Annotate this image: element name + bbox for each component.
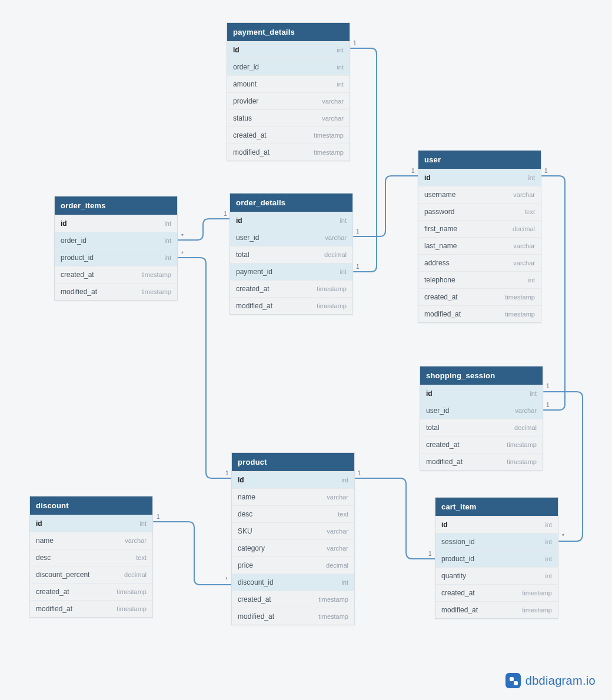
table-row[interactable]: idint	[230, 212, 352, 229]
table-header[interactable]: cart_item	[435, 498, 558, 516]
column-type: int	[545, 572, 552, 579]
table-row[interactable]: idint	[30, 515, 152, 532]
table-row[interactable]: pricedecimal	[232, 556, 354, 574]
table-row[interactable]: totaldecimal	[230, 246, 352, 263]
table-row[interactable]: modified_attimestamp	[418, 305, 541, 322]
table-row[interactable]: totaldecimal	[420, 419, 543, 436]
column-name: modified_at	[236, 302, 272, 310]
table-header[interactable]: payment_details	[227, 23, 350, 41]
table-row[interactable]: modified_attimestamp	[232, 608, 354, 625]
column-name: payment_id	[236, 268, 272, 276]
table-row[interactable]: modified_attimestamp	[55, 283, 177, 300]
table-row[interactable]: SKUvarchar	[232, 522, 354, 539]
table-row[interactable]: created_attimestamp	[230, 280, 352, 297]
column-name: modified_at	[233, 148, 270, 156]
table-row[interactable]: product_idint	[55, 249, 177, 266]
column-name: user_id	[426, 406, 449, 415]
table-row[interactable]: user_idvarchar	[420, 402, 543, 419]
table-row[interactable]: desctext	[30, 549, 152, 566]
table-row[interactable]: idint	[232, 471, 354, 488]
table-cart_item[interactable]: cart_itemidintsession_idintproduct_idint…	[435, 497, 558, 619]
column-name: username	[424, 191, 455, 199]
table-row[interactable]: payment_idint	[230, 263, 352, 280]
table-row[interactable]: usernamevarchar	[418, 186, 541, 203]
column-type: timestamp	[505, 294, 535, 301]
column-type: varchar	[325, 234, 347, 241]
table-row[interactable]: idint	[55, 215, 177, 232]
table-row[interactable]: created_attimestamp	[30, 583, 152, 600]
table-row[interactable]: created_attimestamp	[418, 288, 541, 305]
table-row[interactable]: passwordtext	[418, 203, 541, 220]
column-type: int	[337, 64, 344, 71]
table-row[interactable]: created_attimestamp	[232, 591, 354, 608]
table-row[interactable]: categoryvarchar	[232, 539, 354, 556]
column-type: varchar	[327, 528, 348, 535]
table-row[interactable]: amountint	[227, 75, 350, 92]
column-name: password	[424, 208, 454, 216]
table-header[interactable]: user	[418, 151, 541, 169]
table-row[interactable]: order_idint	[227, 58, 350, 75]
column-type: timestamp	[314, 132, 344, 139]
table-row[interactable]: modified_attimestamp	[230, 297, 352, 314]
table-header[interactable]: discount	[30, 496, 152, 515]
table-header[interactable]: product	[232, 453, 354, 471]
table-row[interactable]: telephoneint	[418, 271, 541, 288]
column-name: quantity	[441, 572, 466, 580]
table-row[interactable]: session_idint	[435, 533, 558, 550]
table-row[interactable]: discount_idint	[232, 574, 354, 591]
column-type: int	[164, 220, 171, 227]
column-name: amount	[233, 80, 257, 88]
table-row[interactable]: providervarchar	[227, 92, 350, 109]
table-row[interactable]: statusvarchar	[227, 109, 350, 126]
table-discount[interactable]: discountidintnamevarchardesctextdiscount…	[29, 496, 153, 618]
column-type: varchar	[513, 191, 535, 198]
table-row[interactable]: discount_percentdecimal	[30, 566, 152, 583]
table-row[interactable]: namevarchar	[232, 488, 354, 505]
column-type: timestamp	[117, 605, 147, 612]
table-header[interactable]: order_details	[230, 194, 352, 212]
table-row[interactable]: first_namedecimal	[418, 220, 541, 237]
column-name: modified_at	[61, 288, 97, 296]
table-row[interactable]: quantityint	[435, 567, 558, 584]
column-name: created_at	[233, 131, 267, 139]
table-product[interactable]: productidintnamevarchardesctextSKUvarcha…	[231, 452, 355, 625]
table-row[interactable]: order_idint	[55, 232, 177, 249]
table-row[interactable]: created_attimestamp	[420, 436, 543, 453]
table-row[interactable]: idint	[227, 41, 350, 58]
table-row[interactable]: user_idvarchar	[230, 229, 352, 246]
table-row[interactable]: modified_attimestamp	[420, 453, 543, 470]
table-order_items[interactable]: order_itemsidintorder_idintproduct_idint…	[54, 196, 178, 301]
column-type: int	[341, 579, 348, 586]
table-row[interactable]: created_attimestamp	[55, 266, 177, 283]
column-name: id	[424, 174, 431, 182]
card-label: 1	[225, 470, 229, 476]
column-name: total	[426, 424, 440, 432]
table-row[interactable]: namevarchar	[30, 532, 152, 549]
column-name: status	[233, 114, 252, 122]
table-row[interactable]: addressvarchar	[418, 254, 541, 271]
column-name: discount_id	[238, 578, 274, 586]
table-row[interactable]: created_attimestamp	[435, 584, 558, 601]
table-order_details[interactable]: order_detailsidintuser_idvarchartotaldec…	[230, 193, 353, 315]
table-user[interactable]: useridintusernamevarcharpasswordtextfirs…	[418, 150, 541, 323]
card-label: *	[181, 251, 184, 257]
table-row[interactable]: modified_attimestamp	[30, 600, 152, 617]
table-shopping_session[interactable]: shopping_sessionidintuser_idvarchartotal…	[420, 366, 543, 471]
column-type: varchar	[327, 494, 348, 501]
column-type: decimal	[324, 251, 347, 258]
table-header[interactable]: shopping_session	[420, 366, 543, 385]
table-row[interactable]: product_idint	[435, 550, 558, 567]
table-row[interactable]: idint	[435, 516, 558, 533]
table-row[interactable]: modified_attimestamp	[435, 601, 558, 618]
table-header[interactable]: order_items	[55, 196, 177, 215]
table-row[interactable]: idint	[420, 385, 543, 402]
table-row[interactable]: last_namevarchar	[418, 237, 541, 254]
table-payment_details[interactable]: payment_detailsidintorder_idintamountint…	[227, 22, 350, 161]
column-name: created_at	[441, 589, 475, 597]
table-row[interactable]: created_attimestamp	[227, 126, 350, 144]
table-row[interactable]: idint	[418, 169, 541, 186]
column-name: modified_at	[36, 605, 72, 613]
column-type: int	[545, 521, 552, 528]
table-row[interactable]: desctext	[232, 505, 354, 522]
table-row[interactable]: modified_attimestamp	[227, 144, 350, 161]
